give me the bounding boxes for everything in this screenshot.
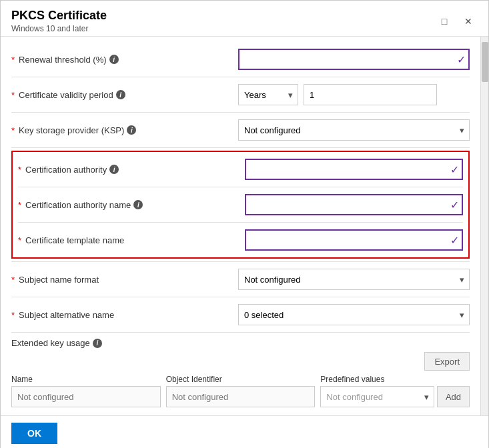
subject-alternative-name-select[interactable]: 0 selected	[238, 304, 470, 325]
validity-period-select[interactable]: Years Months Days	[238, 84, 298, 105]
key-storage-provider-label-text: Key storage provider (KSP)	[19, 125, 124, 135]
certification-authority-input-wrap: pki-ws.symauth.com ✓	[245, 159, 463, 180]
title-buttons: □ ✕	[435, 12, 478, 31]
subject-name-format-select[interactable]: Not configured	[238, 269, 470, 290]
object-identifier-input[interactable]	[166, 386, 316, 407]
key-storage-provider-info-icon: i	[127, 125, 136, 135]
name-input[interactable]	[11, 386, 161, 407]
pkcs-certificate-dialog: PKCS Certificate Windows 10 and later □ …	[0, 0, 489, 448]
subject-name-format-label-text: Subject name format	[19, 275, 99, 285]
key-storage-provider-select-wrap: Not configured	[238, 119, 470, 141]
predefined-select-wrap: Not configured	[320, 386, 434, 407]
required-star-7: *	[11, 275, 15, 285]
renewal-threshold-row: * Renewal threshold (%) i 20 ✓	[11, 45, 470, 74]
certification-authority-name-checkmark: ✓	[450, 199, 459, 211]
certification-authority-control: pki-ws.symauth.com ✓	[245, 159, 463, 180]
highlighted-section: * Certification authority i pki-ws.symau…	[11, 151, 470, 259]
certificate-template-name-checkmark: ✓	[450, 234, 459, 247]
extended-key-usage-section: Extended key usage i Export Name Object …	[11, 338, 470, 407]
renewal-threshold-info-icon: i	[109, 55, 119, 64]
close-button[interactable]: ✕	[459, 12, 478, 31]
certificate-template-name-label: * Certificate template name	[18, 235, 245, 245]
col-predefined: Predefined values Not configured Add	[320, 375, 470, 407]
extended-key-usage-info-icon: i	[93, 339, 102, 348]
required-star-8: *	[11, 310, 15, 320]
scrollbar-track[interactable]	[480, 37, 488, 415]
certificate-template-name-control: 2.16.840.1.113733.1.16.1.2.3.1.1.6190461…	[245, 229, 463, 251]
certificate-template-name-label-text: Certificate template name	[25, 235, 124, 245]
key-storage-provider-row: * Key storage provider (KSP) i Not confi…	[11, 115, 470, 145]
certification-authority-name-input-wrap: Symantec ✓	[245, 194, 463, 215]
ok-button[interactable]: OK	[11, 423, 57, 444]
extended-key-table-row: Name Object Identifier Predefined values	[11, 375, 470, 407]
extended-key-usage-label-row: Extended key usage i	[11, 338, 470, 348]
col-name: Name	[11, 375, 161, 407]
col-object: Object Identifier	[166, 375, 316, 407]
col-object-label: Object Identifier	[166, 375, 316, 384]
certificate-validity-label: * Certificate validity period i	[11, 90, 238, 100]
certificate-template-name-input-wrap: 2.16.840.1.113733.1.16.1.2.3.1.1.6190461…	[245, 229, 463, 251]
certification-authority-name-label-text: Certification authority name	[25, 200, 131, 210]
certificate-validity-label-text: Certificate validity period	[19, 90, 113, 100]
subject-name-format-label: * Subject name format	[11, 275, 238, 285]
required-star: *	[11, 55, 15, 65]
certification-authority-name-row: * Certification authority name i Symante…	[18, 190, 463, 219]
subject-alternative-name-row: * Subject alternative name 0 selected	[11, 300, 470, 329]
renewal-threshold-input-wrap: 20 ✓	[238, 49, 470, 70]
minimize-button[interactable]: □	[435, 12, 454, 31]
key-storage-provider-control: Not configured	[238, 119, 470, 141]
validity-period-select-wrap: Years Months Days	[238, 84, 298, 105]
subject-alternative-name-label-text: Subject alternative name	[19, 310, 114, 320]
certification-authority-name-info-icon: i	[133, 200, 143, 209]
subject-name-format-select-wrap: Not configured	[238, 269, 470, 290]
certification-authority-name-control: Symantec ✓	[245, 194, 463, 215]
renewal-threshold-label-text: Renewal threshold (%)	[19, 55, 107, 65]
renewal-threshold-input[interactable]: 20	[238, 49, 470, 70]
certification-authority-info-icon: i	[109, 165, 119, 174]
required-star-3: *	[11, 125, 15, 135]
export-row: Export	[11, 352, 470, 371]
subject-name-format-control: Not configured	[238, 269, 470, 290]
renewal-threshold-label: * Renewal threshold (%) i	[11, 55, 238, 65]
certification-authority-label-text: Certification authority	[25, 165, 107, 175]
certificate-template-name-row: * Certificate template name 2.16.840.1.1…	[18, 225, 463, 255]
add-button[interactable]: Add	[437, 386, 470, 407]
certification-authority-row: * Certification authority i pki-ws.symau…	[18, 155, 463, 184]
dialog-title: PKCS Certificate	[11, 9, 107, 23]
subject-alternative-name-control: 0 selected	[238, 304, 470, 325]
certificate-validity-info-icon: i	[116, 90, 125, 99]
dialog-footer: OK	[1, 415, 488, 448]
predefined-select-container: Predefined values Not configured	[320, 375, 434, 407]
subject-name-format-row: * Subject name format Not configured	[11, 265, 470, 294]
renewal-threshold-checkmark: ✓	[457, 53, 466, 66]
required-star-2: *	[11, 90, 15, 100]
content-area: * Renewal threshold (%) i 20 ✓ * Certifi…	[1, 37, 480, 415]
validity-row: Years Months Days	[238, 84, 470, 105]
required-star-5: *	[18, 200, 21, 210]
dialog-body-area: * Renewal threshold (%) i 20 ✓ * Certifi…	[1, 37, 488, 415]
certification-authority-name-label: * Certification authority name i	[18, 200, 245, 210]
validity-number-input[interactable]	[304, 84, 437, 105]
certificate-validity-control: Years Months Days	[238, 84, 470, 105]
certificate-validity-row: * Certificate validity period i Years Mo…	[11, 80, 470, 109]
col-predefined-label: Predefined values	[320, 375, 434, 384]
dialog-title-area: PKCS Certificate Windows 10 and later	[11, 9, 107, 33]
certification-authority-input[interactable]: pki-ws.symauth.com	[245, 159, 463, 180]
certification-authority-name-input[interactable]: Symantec	[245, 194, 463, 215]
key-storage-provider-label: * Key storage provider (KSP) i	[11, 125, 238, 135]
key-storage-provider-select[interactable]: Not configured	[238, 119, 470, 141]
required-star-4: *	[18, 165, 21, 175]
extended-key-usage-label-text: Extended key usage	[11, 338, 90, 348]
subject-alternative-name-label: * Subject alternative name	[11, 310, 238, 320]
renewal-threshold-control: 20 ✓	[238, 49, 470, 70]
dialog-subtitle: Windows 10 and later	[11, 24, 107, 33]
certification-authority-label: * Certification authority i	[18, 165, 245, 175]
col-name-label: Name	[11, 375, 161, 384]
export-button[interactable]: Export	[424, 352, 470, 371]
subject-alternative-name-select-wrap: 0 selected	[238, 304, 470, 325]
certificate-template-name-input[interactable]: 2.16.840.1.113733.1.16.1.2.3.1.1.6190461…	[245, 229, 463, 251]
required-star-6: *	[18, 235, 21, 245]
scrollbar-thumb[interactable]	[482, 42, 488, 82]
certification-authority-checkmark: ✓	[450, 163, 459, 176]
predefined-select[interactable]: Not configured	[320, 386, 434, 407]
